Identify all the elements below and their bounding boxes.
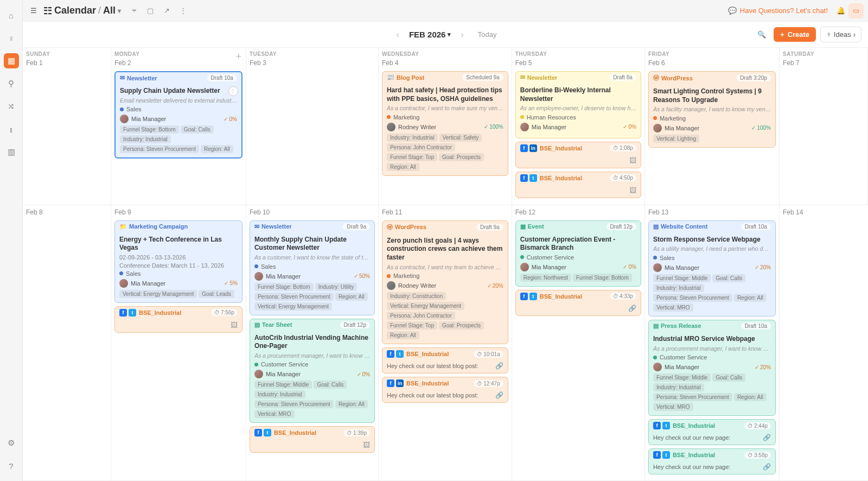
twitter-icon: t: [662, 451, 670, 459]
content-card[interactable]: ⓦWordPress Draft3:20p Smart Lighting Con…: [648, 71, 776, 148]
day-cell[interactable]: Feb 8: [23, 205, 111, 481]
home-icon[interactable]: ⌂: [4, 8, 19, 23]
day-cell[interactable]: TUESDAY Feb 3: [246, 48, 379, 205]
bulb-small-icon: ♀: [826, 30, 832, 39]
twitter-icon: t: [396, 350, 404, 358]
hamburger-icon[interactable]: ☰: [27, 4, 40, 17]
ideas-button[interactable]: ♀ Ideas ›: [820, 27, 861, 42]
breadcrumb-calendar[interactable]: Calendar: [54, 5, 96, 16]
avatar: [653, 124, 662, 132]
chat-icon: 💬: [728, 7, 737, 15]
facebook-icon: f: [119, 309, 127, 317]
day-cell[interactable]: Feb 13 ▤Website Content Draft10a Storm R…: [645, 205, 780, 481]
social-card[interactable]: finBSE_Industrial ⏱1:08p 🖼: [515, 142, 641, 168]
content-card[interactable]: ▦Event Draft12p Customer Appreciation Ev…: [515, 220, 641, 287]
image-icon: 🖼: [363, 441, 370, 449]
linkedin-icon: in: [529, 144, 537, 152]
day-cell[interactable]: Feb 10 ✉Newsletter Draft9a Monthly Suppl…: [246, 205, 379, 481]
analytics-icon[interactable]: ⫾: [4, 122, 19, 137]
calendar-icon[interactable]: ▦: [4, 53, 19, 68]
social-card[interactable]: ftBSE_Industrial ⏱3:58p Hey check out ou…: [648, 448, 776, 474]
content-card[interactable]: 📰Blog Post Scheduled9a Hard hat safety |…: [382, 71, 508, 176]
prev-month-icon[interactable]: ‹: [394, 28, 401, 42]
content-card[interactable]: ▤Tear Sheet Draft12p AutoCrib Industrial…: [250, 319, 375, 423]
facebook-icon: f: [653, 422, 661, 429]
facebook-icon: f: [254, 429, 262, 436]
link-icon: 🔗: [763, 463, 771, 471]
bulb-icon[interactable]: ♀: [4, 30, 19, 46]
today-button[interactable]: Today: [478, 30, 497, 39]
day-cell[interactable]: Feb 12 ▦Event Draft12p Customer Apprecia…: [512, 205, 645, 481]
day-cell[interactable]: SATURDAY Feb 7: [780, 48, 868, 205]
social-card[interactable]: ftBSE_Industrial ⏱4:50p 🖼: [515, 172, 641, 198]
status-badge: Scheduled9a: [462, 74, 503, 81]
more-icon[interactable]: ⋮: [175, 3, 190, 18]
newsletter-icon: ✉: [520, 74, 525, 81]
content-card[interactable]: ▤Press Release Draft10a Industrial MRO S…: [648, 320, 776, 416]
avatar: [520, 263, 529, 271]
bell-icon[interactable]: 🔔: [833, 3, 848, 18]
facebook-icon: f: [520, 144, 528, 152]
folder-icon: 📁: [119, 223, 127, 230]
shuffle-icon[interactable]: ⤭: [4, 99, 19, 114]
content-card[interactable]: ⓦWordPress Draft9a Zero punch list goals…: [382, 220, 508, 344]
plus-icon: +: [780, 30, 784, 39]
social-card[interactable]: ftBSE_Industrial ⏱1:39p 🖼: [250, 426, 375, 453]
twitter-icon: t: [129, 309, 136, 317]
card-more-icon[interactable]: ⋮: [228, 86, 238, 96]
avatar: [119, 279, 128, 288]
social-card[interactable]: finBSE_Industrial ⏱12:47p Hey check out …: [382, 377, 508, 403]
building-icon[interactable]: ▥: [4, 144, 19, 160]
share-icon[interactable]: ↗: [159, 3, 174, 18]
doc-icon: ▤: [254, 321, 260, 328]
card-title: Supply Chain Update Newsletter: [120, 87, 237, 96]
link-icon: 🔗: [495, 362, 503, 370]
search-icon[interactable]: 🔍: [754, 27, 769, 42]
people-icon[interactable]: ⚲: [4, 76, 19, 91]
social-card[interactable]: ftBSE_Industrial ⏱4:33p 🔗: [515, 290, 641, 316]
facebook-icon: f: [653, 451, 661, 459]
day-cell[interactable]: THURSDAY Feb 5 ✉Newsletter Draft8a Borde…: [512, 48, 645, 205]
facebook-icon: f: [387, 379, 394, 387]
day-cell[interactable]: Feb 14: [780, 205, 868, 481]
image-icon: 🖼: [231, 321, 238, 329]
screen-icon[interactable]: ▢: [143, 3, 158, 18]
add-item-icon[interactable]: +: [235, 51, 241, 62]
day-cell[interactable]: Feb 9 📁Marketing Campaign Energy + Tech …: [111, 205, 246, 481]
month-picker[interactable]: FEB 2026 ▾: [409, 30, 451, 39]
book-icon[interactable]: ▭: [848, 3, 864, 18]
create-button[interactable]: + Create: [774, 27, 816, 42]
help-icon[interactable]: ?: [4, 458, 19, 473]
content-card[interactable]: ✉Newsletter Draft9a Monthly Supply Chain…: [250, 220, 375, 315]
day-cell[interactable]: SUNDAY Feb 1: [23, 48, 111, 205]
content-card[interactable]: ✉Newsletter Draft8a Borderline Bi-Weekly…: [515, 71, 641, 138]
image-icon: 🖼: [629, 156, 636, 164]
facebook-icon: f: [520, 174, 528, 182]
content-card[interactable]: ▤Website Content Draft10a Storm Response…: [648, 220, 776, 317]
day-cell[interactable]: MONDAY Feb 2 + ⋮ ✉Newsletter Draft10a Su…: [111, 48, 246, 205]
wordpress-icon: ⓦ: [653, 74, 659, 82]
facebook-icon: f: [520, 293, 528, 300]
breadcrumb-filter[interactable]: All ▾: [103, 5, 121, 16]
gear-icon[interactable]: ⚙: [4, 435, 19, 451]
next-month-icon[interactable]: ›: [458, 28, 465, 42]
social-card[interactable]: ftBSE_Industrial ⏱2:44p Hey check out ou…: [648, 419, 776, 445]
day-cell[interactable]: FRIDAY Feb 6 ⓦWordPress Draft3:20p Smart…: [645, 48, 780, 205]
progress-badge: ✓0%: [224, 116, 237, 122]
newsletter-icon: ✉: [254, 223, 259, 230]
chevron-down-icon: ▾: [118, 7, 121, 15]
day-cell[interactable]: WEDNESDAY Feb 4 📰Blog Post Scheduled9a H…: [379, 48, 512, 205]
press-icon: ▤: [653, 322, 659, 330]
content-card[interactable]: ⋮ ✉Newsletter Draft10a Supply Chain Upda…: [114, 71, 242, 159]
left-rail: ⌂ ♀ ▦ ⚲ ⤭ ⫾ ▥ ⚙ ?: [0, 0, 23, 481]
twitter-icon: t: [264, 429, 271, 436]
filter-icon[interactable]: ⫧: [126, 3, 142, 18]
social-card[interactable]: ftBSE_Industrial ⏱7:56p 🖼: [114, 306, 242, 333]
day-cell[interactable]: Feb 11 ⓦWordPress Draft9a Zero punch lis…: [379, 205, 512, 481]
social-card[interactable]: ftBSE_Industrial ⏱10:01a Hey check out o…: [382, 347, 508, 374]
avatar: [653, 363, 662, 371]
rss-icon: 📰: [387, 74, 394, 81]
chat-link[interactable]: 💬 Have Questions? Let's chat!: [728, 7, 828, 15]
content-card[interactable]: 📁Marketing Campaign Energy + Tech Confer…: [114, 220, 242, 303]
chevron-right-icon: ›: [853, 30, 856, 39]
